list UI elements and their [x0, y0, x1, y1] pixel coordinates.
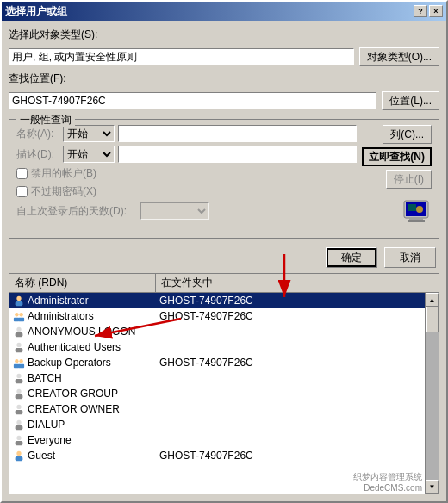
no-expire-label: 不过期密码(X)	[31, 184, 96, 199]
svg-point-15	[16, 343, 21, 347]
user-name: CREATOR OWNER	[28, 403, 120, 415]
object-type-label: 选择此对象类型(S):	[9, 28, 97, 42]
desc-row: 描述(D): 开始	[16, 146, 357, 163]
svg-point-13	[16, 327, 21, 332]
object-type-button[interactable]: 对象类型(O)...	[359, 47, 439, 66]
svg-point-18	[19, 359, 22, 363]
computer-icon	[401, 197, 432, 228]
table-row[interactable]: DIALUP	[9, 417, 425, 432]
cell-name: Administrator	[13, 295, 159, 307]
user-icon	[13, 357, 25, 369]
scroll-track[interactable]	[426, 307, 439, 480]
results-header: 名称 (RDN) 在文件夹中	[9, 273, 439, 292]
svg-rect-12	[18, 318, 24, 321]
user-name: Backup Operators	[28, 357, 111, 369]
table-row[interactable]: ANONYMOUS LOGON	[9, 324, 425, 339]
results-section: 名称 (RDN) 在文件夹中 Administrator GHOST-74907…	[9, 273, 439, 494]
object-type-input-row: 对象类型(O)...	[9, 47, 439, 66]
table-row[interactable]: Guest GHOST-74907F26C	[9, 448, 425, 463]
table-row[interactable]: Everyone	[9, 432, 425, 448]
days-label: 自上次登录后的天数(D):	[16, 204, 137, 219]
table-row[interactable]: Backup Operators GHOST-74907F26C	[9, 355, 425, 370]
location-button[interactable]: 位置(L)...	[382, 91, 439, 110]
group-fields: 名称(A): 开始 描述(D): 开始	[16, 125, 357, 231]
desc-select[interactable]: 开始	[63, 146, 115, 163]
cell-name: Backup Operators	[13, 357, 159, 369]
columns-button[interactable]: 列(C)...	[383, 125, 432, 144]
group-legend: 一般性查询	[16, 113, 75, 127]
checkbox-disabled: 禁用的帐户(B)	[16, 166, 357, 181]
name-select[interactable]: 开始	[63, 125, 115, 142]
table-row[interactable]: CREATOR OWNER	[9, 401, 425, 417]
close-button[interactable]: ×	[429, 5, 443, 17]
cell-name: DIALUP	[13, 419, 159, 431]
title-buttons: ? ×	[414, 5, 443, 17]
stop-button[interactable]: 停止(I)	[386, 170, 432, 189]
watermark-url: DedeCMS.com	[353, 483, 422, 493]
days-row: 自上次登录后的天数(D):	[16, 202, 357, 220]
scroll-up-button[interactable]: ▲	[426, 293, 439, 307]
disabled-account-label: 禁用的帐户(B)	[31, 166, 96, 181]
object-type-row: 选择此对象类型(S):	[9, 28, 439, 42]
svg-point-5	[416, 206, 423, 213]
name-label: 名称(A):	[16, 127, 59, 141]
svg-rect-11	[14, 318, 19, 321]
user-name: BATCH	[28, 372, 62, 384]
svg-point-25	[16, 405, 21, 409]
svg-point-10	[19, 313, 22, 316]
col-name-header[interactable]: 名称 (RDN)	[9, 274, 156, 292]
location-input-row: 位置(L)...	[9, 91, 439, 110]
svg-rect-30	[16, 441, 23, 445]
table-row[interactable]: BATCH	[9, 370, 425, 386]
user-name: Guest	[28, 450, 55, 462]
user-name: Administrators	[28, 310, 94, 322]
user-name: DIALUP	[28, 419, 65, 431]
table-row[interactable]: CREATOR GROUP	[9, 386, 425, 401]
no-expire-checkbox[interactable]	[16, 186, 28, 197]
user-icon	[13, 372, 25, 384]
location-field[interactable]	[9, 92, 376, 109]
scrollbar[interactable]: ▲ ▼	[426, 292, 439, 494]
watermark-text: 织梦内容管理系统	[353, 471, 422, 483]
svg-point-23	[16, 389, 21, 394]
user-icon	[13, 403, 25, 415]
table-row[interactable]: Authenticated Users	[9, 339, 425, 355]
location-label: 查找位置(F):	[9, 71, 78, 86]
results-list[interactable]: Administrator GHOST-74907F26C Administra…	[9, 292, 426, 494]
scroll-thumb[interactable]	[426, 307, 439, 332]
cell-name: Authenticated Users	[13, 341, 159, 353]
cell-name: CREATOR OWNER	[13, 403, 159, 415]
scroll-down-button[interactable]: ▼	[426, 480, 439, 494]
name-input[interactable]	[118, 125, 357, 142]
cancel-button[interactable]: 取消	[384, 247, 436, 268]
help-button[interactable]: ?	[414, 5, 427, 17]
svg-rect-7	[16, 301, 23, 306]
table-row[interactable]: Administrators GHOST-74907F26C	[9, 308, 425, 324]
object-type-field[interactable]	[9, 48, 354, 65]
svg-rect-22	[16, 379, 23, 383]
user-icon	[13, 295, 25, 307]
user-icon	[13, 341, 25, 353]
svg-rect-16	[16, 348, 23, 352]
svg-point-9	[15, 313, 18, 316]
search-now-button[interactable]: 立即查找(N)	[362, 147, 432, 166]
svg-rect-28	[16, 425, 23, 430]
ok-button[interactable]: 确定	[326, 247, 377, 268]
svg-point-27	[16, 420, 21, 425]
desc-input[interactable]	[118, 146, 357, 163]
title-bar: 选择用户或组 ? ×	[2, 2, 446, 21]
svg-point-31	[16, 451, 21, 456]
svg-rect-19	[14, 364, 19, 368]
cell-location: GHOST-74907F26C	[159, 357, 421, 369]
table-row[interactable]: Administrator GHOST-74907F26C	[9, 293, 425, 308]
days-select	[140, 202, 209, 220]
general-query-group: 一般性查询 名称(A): 开始 描述(D): 开始	[9, 119, 439, 239]
col-location-header[interactable]: 在文件夹中	[156, 274, 439, 292]
bottom-buttons: 确定 取消	[9, 247, 436, 268]
desc-label: 描述(D):	[16, 147, 59, 162]
checkbox-no-expire: 不过期密码(X)	[16, 184, 357, 199]
svg-rect-14	[16, 332, 23, 337]
user-icon	[13, 419, 25, 431]
svg-rect-2	[409, 218, 423, 220]
disabled-account-checkbox[interactable]	[16, 168, 28, 179]
